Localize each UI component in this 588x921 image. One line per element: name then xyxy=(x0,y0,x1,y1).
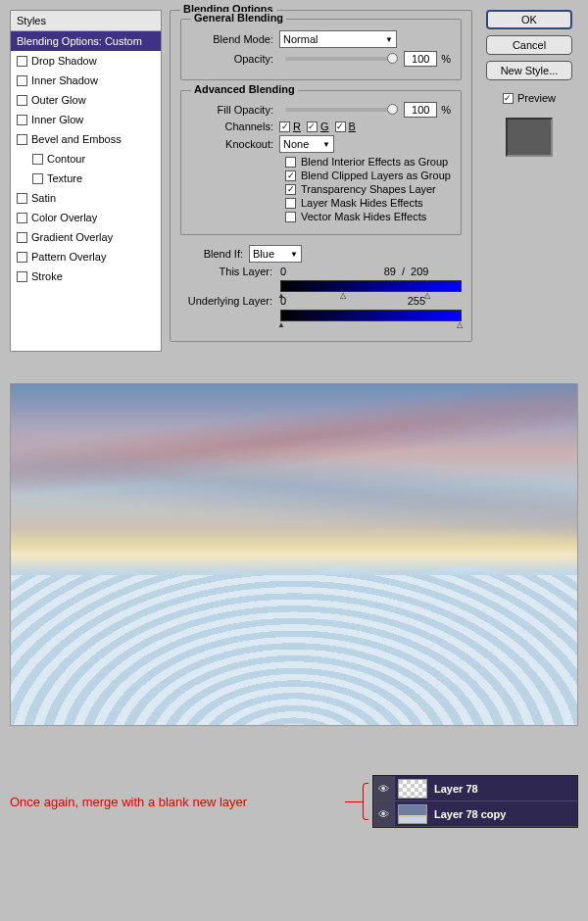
blending-options-group: Blending Options General Blending Blend … xyxy=(170,10,472,342)
style-item-contour[interactable]: Contour xyxy=(11,149,161,169)
style-item-outer-glow[interactable]: Outer Glow xyxy=(11,90,161,110)
style-item-label: Outer Glow xyxy=(31,94,86,106)
preview-swatch xyxy=(506,118,553,157)
style-item-inner-glow[interactable]: Inner Glow xyxy=(11,110,161,129)
layer-row[interactable]: 👁Layer 78 xyxy=(373,776,577,801)
fill-opacity-unit: % xyxy=(437,104,451,116)
blend-mode-label: Blend Mode: xyxy=(191,33,279,45)
blend-if-value: Blue xyxy=(253,248,274,260)
style-item-blending-options-custom[interactable]: Blending Options: Custom xyxy=(11,31,161,51)
layer-name: Layer 78 copy xyxy=(430,808,577,820)
opacity-input[interactable]: 100 xyxy=(404,51,437,67)
dialog-button-column: OK Cancel New Style... ✓Preview xyxy=(480,10,578,352)
style-item-bevel-and-emboss[interactable]: Bevel and Emboss xyxy=(11,129,161,149)
blend-if-group: Blend If: Blue ▼ This Layer: 0 89 / 209 xyxy=(180,245,462,321)
adv-check-vector-mask-hides-effects[interactable]: Vector Mask Hides Effects xyxy=(285,211,451,222)
adv-check-layer-mask-hides-effects[interactable]: Layer Mask Hides Effects xyxy=(285,197,451,209)
blend-if-select[interactable]: Blue ▼ xyxy=(249,245,302,263)
style-item-label: Texture xyxy=(47,172,82,184)
style-item-label: Inner Glow xyxy=(31,114,83,125)
styles-panel: Styles Blending Options: CustomDrop Shad… xyxy=(10,10,162,352)
this-layer-high-split: 89 xyxy=(308,266,396,277)
chevron-down-icon: ▼ xyxy=(318,140,330,149)
eye-icon[interactable]: 👁 xyxy=(373,801,395,826)
annotation-bracket-icon xyxy=(345,783,372,820)
general-blending-group: General Blending Blend Mode: Normal ▼ Op… xyxy=(180,19,462,80)
style-item-label: Drop Shadow xyxy=(31,55,97,67)
style-item-pattern-overlay[interactable]: Pattern Overlay xyxy=(11,247,161,267)
style-item-checkbox[interactable] xyxy=(17,115,27,125)
style-item-label: Bevel and Emboss xyxy=(31,133,122,145)
styles-header: Styles xyxy=(11,11,161,31)
style-item-checkbox[interactable] xyxy=(17,232,27,243)
this-layer-low: 0 xyxy=(280,266,308,277)
new-style-button[interactable]: New Style... xyxy=(486,61,572,80)
style-item-texture[interactable]: Texture xyxy=(11,169,161,188)
style-item-label: Inner Shadow xyxy=(31,74,98,86)
checkbox-icon xyxy=(285,157,296,168)
adv-check-label: Transparency Shapes Layer xyxy=(301,183,436,195)
fill-opacity-input[interactable]: 100 xyxy=(404,102,437,118)
checkbox-icon xyxy=(285,212,296,222)
result-image xyxy=(10,383,578,726)
style-item-checkbox[interactable] xyxy=(17,193,27,204)
adv-check-label: Layer Mask Hides Effects xyxy=(301,197,423,209)
fill-opacity-label: Fill Opacity: xyxy=(191,104,279,116)
style-item-gradient-overlay[interactable]: Gradient Overlay xyxy=(11,227,161,247)
style-item-checkbox[interactable] xyxy=(32,173,43,184)
style-item-checkbox[interactable] xyxy=(17,252,27,263)
style-item-inner-shadow[interactable]: Inner Shadow xyxy=(11,71,161,90)
advanced-blending-group: Advanced Blending Fill Opacity: 100 % Ch… xyxy=(180,90,462,235)
style-item-checkbox[interactable] xyxy=(17,95,27,106)
opacity-slider[interactable] xyxy=(285,57,398,61)
adv-check-label: Vector Mask Hides Effects xyxy=(301,211,426,222)
style-item-checkbox[interactable] xyxy=(17,56,27,67)
style-item-checkbox[interactable] xyxy=(17,75,27,86)
underlying-high: 255 xyxy=(308,295,425,307)
blending-options-main: Blending Options General Blending Blend … xyxy=(162,10,480,352)
style-item-checkbox[interactable] xyxy=(17,213,27,223)
chevron-down-icon: ▼ xyxy=(381,35,393,44)
layer-row[interactable]: 👁Layer 78 copy xyxy=(373,801,577,827)
adv-check-blend-interior-effects-as-group[interactable]: Blend Interior Effects as Group xyxy=(285,156,451,168)
style-item-satin[interactable]: Satin xyxy=(11,188,161,208)
underlying-label: Underlying Layer: xyxy=(180,295,280,307)
preview-checkbox[interactable]: ✓Preview xyxy=(503,92,556,104)
blend-mode-value: Normal xyxy=(283,33,318,45)
preview-label: Preview xyxy=(517,92,556,104)
style-item-color-overlay[interactable]: Color Overlay xyxy=(11,208,161,227)
style-item-label: Pattern Overlay xyxy=(31,251,106,263)
knockout-label: Knockout: xyxy=(191,138,279,150)
style-item-label: Stroke xyxy=(31,270,63,282)
ok-button[interactable]: OK xyxy=(486,10,572,29)
blend-mode-select[interactable]: Normal ▼ xyxy=(279,30,397,48)
opacity-unit: % xyxy=(437,53,451,65)
style-item-drop-shadow[interactable]: Drop Shadow xyxy=(11,51,161,71)
general-blending-title: General Blending xyxy=(191,12,286,24)
adv-check-label: Blend Clipped Layers as Group xyxy=(301,170,451,181)
adv-check-transparency-shapes-layer[interactable]: ✓Transparency Shapes Layer xyxy=(285,183,451,195)
channels-label: Channels: xyxy=(191,121,279,132)
eye-icon[interactable]: 👁 xyxy=(373,776,395,800)
checkbox-icon: ✓ xyxy=(285,170,296,181)
fill-opacity-slider[interactable] xyxy=(285,108,398,112)
style-item-stroke[interactable]: Stroke xyxy=(11,267,161,286)
style-item-checkbox[interactable] xyxy=(32,154,43,165)
advanced-blending-title: Advanced Blending xyxy=(191,83,298,95)
annotation-text: Once again, merge with a blank new layer xyxy=(10,795,345,809)
style-item-label: Gradient Overlay xyxy=(31,231,113,243)
style-item-checkbox[interactable] xyxy=(17,134,27,145)
style-item-checkbox[interactable] xyxy=(17,271,27,282)
channel-b[interactable]: ✓B xyxy=(335,121,356,132)
adv-check-blend-clipped-layers-as-group[interactable]: ✓Blend Clipped Layers as Group xyxy=(285,170,451,181)
channel-r[interactable]: ✓R xyxy=(279,121,301,132)
annotation-row: Once again, merge with a blank new layer… xyxy=(10,775,578,828)
channel-g[interactable]: ✓G xyxy=(307,121,329,132)
layers-panel: 👁Layer 78👁Layer 78 copy xyxy=(372,775,578,828)
knockout-select[interactable]: None ▼ xyxy=(279,135,334,153)
underlying-gradient[interactable] xyxy=(280,310,462,321)
cancel-button[interactable]: Cancel xyxy=(486,35,572,55)
this-layer-gradient[interactable] xyxy=(280,280,462,292)
blend-if-label: Blend If: xyxy=(180,248,249,260)
layer-name: Layer 78 xyxy=(430,783,577,795)
